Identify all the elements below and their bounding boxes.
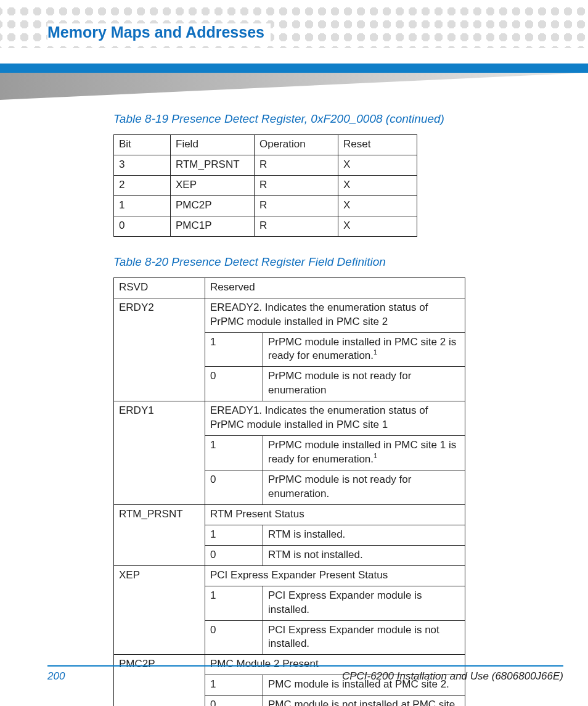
cell-bit: 1 — [114, 195, 171, 216]
text: PrPMC module installed in PMC site 2 is … — [268, 336, 456, 362]
header-wedge — [0, 73, 588, 100]
field-name: XEP — [114, 565, 205, 655]
table-row: ERDY2 EREADY2. Indicates the enumeration… — [114, 298, 465, 332]
cell-operation: R — [255, 195, 338, 216]
cell-bit: 2 — [114, 175, 171, 195]
field-value-desc: PMC module is not installed at PMC site … — [263, 696, 465, 706]
text: PrPMC module installed in PMC site 1 is … — [268, 439, 456, 465]
page: Memory Maps and Addresses Table 8-19 Pre… — [0, 0, 588, 706]
field-value-desc: PrPMC module is not ready for enumeratio… — [263, 367, 465, 401]
table-row: XEP PCI Express Expander Present Status — [114, 565, 465, 586]
svg-marker-0 — [0, 73, 588, 100]
cell-field: PMC1P — [171, 216, 255, 236]
table-8-20: RSVD Reserved ERDY2 EREADY2. Indicates t… — [113, 277, 465, 706]
table-8-19-caption: Table 8-19 Presence Detect Register, 0xF… — [113, 112, 540, 126]
field-name: ERDY1 — [114, 401, 205, 505]
field-value-desc: RTM is not installed. — [263, 545, 465, 565]
field-value-desc: PCI Express Expander module is installed… — [263, 586, 465, 620]
cell-field: PMC2P — [171, 195, 255, 216]
field-value-desc: PrPMC module installed in PMC site 2 is … — [263, 332, 465, 367]
page-title: Memory Maps and Addresses — [47, 23, 264, 41]
cell-reset: X — [338, 216, 417, 236]
cell-bit: 3 — [114, 155, 171, 175]
cell-operation: R — [255, 155, 338, 175]
doc-title: CPCI-6200 Installation and Use (6806800J… — [342, 670, 563, 683]
header-bar — [0, 64, 588, 73]
cell-field: XEP — [171, 175, 255, 195]
field-value: 0 — [205, 545, 263, 565]
cell-operation: R — [255, 216, 338, 236]
field-value: 1 — [205, 332, 263, 367]
cell-bit: 0 — [114, 216, 171, 236]
cell-reset: X — [338, 195, 417, 216]
field-desc: Reserved — [205, 277, 465, 298]
col-field: Field — [171, 135, 255, 155]
field-value-desc: PrPMC module installed in PMC site 1 is … — [263, 436, 465, 470]
content: Table 8-19 Presence Detect Register, 0xF… — [0, 112, 588, 706]
table-row: RTM_PRSNT RTM Present Status — [114, 504, 465, 525]
footnote-ref: 1 — [374, 349, 377, 356]
table-8-20-caption: Table 8-20 Presence Detect Register Fiel… — [113, 255, 540, 269]
field-value: 0 — [205, 696, 263, 706]
table-row: 2 XEP R X — [114, 175, 417, 195]
cell-reset: X — [338, 155, 417, 175]
footnote-ref: 1 — [374, 452, 377, 459]
table-header-row: Bit Field Operation Reset — [114, 135, 417, 155]
field-value: 0 — [205, 367, 263, 401]
field-desc: PCI Express Expander Present Status — [205, 565, 465, 586]
field-value-desc: RTM is installed. — [263, 525, 465, 545]
cell-field: RTM_PRSNT — [171, 155, 255, 175]
field-desc: EREADY1. Indicates the enumeration statu… — [205, 401, 465, 436]
cell-operation: R — [255, 175, 338, 195]
footer: 200 CPCI-6200 Installation and Use (6806… — [47, 665, 563, 683]
field-value: 1 — [205, 436, 263, 470]
field-value-desc: PCI Express Expander module is not insta… — [263, 620, 465, 655]
col-bit: Bit — [114, 135, 171, 155]
field-name: RSVD — [114, 277, 205, 298]
cell-reset: X — [338, 175, 417, 195]
field-desc: RTM Present Status — [205, 504, 465, 525]
field-value: 1 — [205, 525, 263, 545]
field-name: ERDY2 — [114, 298, 205, 401]
footer-row: 200 CPCI-6200 Installation and Use (6806… — [47, 670, 563, 683]
field-value-desc: PrPMC module is not ready for enumeratio… — [263, 470, 465, 505]
page-number: 200 — [47, 670, 65, 683]
field-name: RTM_PRSNT — [114, 504, 205, 565]
field-desc: EREADY2. Indicates the enumeration statu… — [205, 298, 465, 332]
col-reset: Reset — [338, 135, 417, 155]
table-row: 1 PMC2P R X — [114, 195, 417, 216]
table-row: RSVD Reserved — [114, 277, 465, 298]
field-value: 0 — [205, 620, 263, 655]
footer-rule — [47, 665, 563, 667]
page-title-wrap: Memory Maps and Addresses — [47, 23, 271, 41]
table-row: 0 PMC1P R X — [114, 216, 417, 236]
field-value: 1 — [205, 586, 263, 620]
table-row: ERDY1 EREADY1. Indicates the enumeration… — [114, 401, 465, 436]
col-operation: Operation — [255, 135, 338, 155]
table-row: 3 RTM_PRSNT R X — [114, 155, 417, 175]
table-8-19: Bit Field Operation Reset 3 RTM_PRSNT R … — [113, 134, 417, 237]
field-value: 0 — [205, 470, 263, 505]
